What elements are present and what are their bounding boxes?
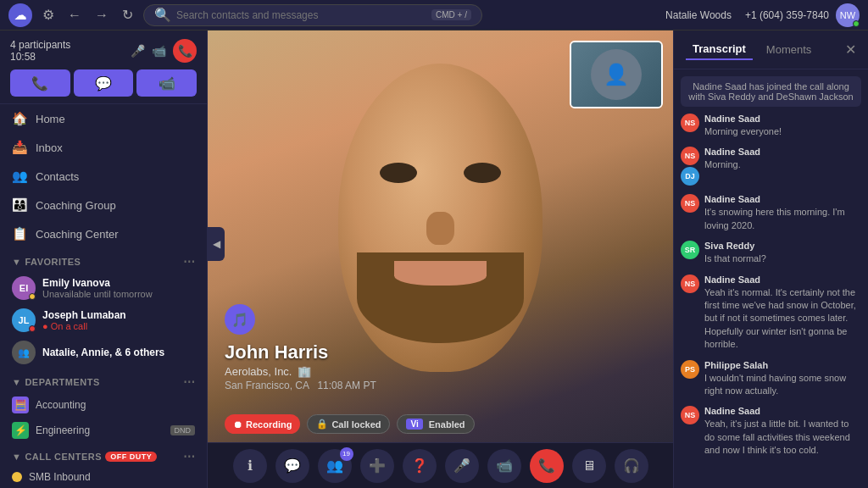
favorite-joseph[interactable]: JL Joseph Lumaban ● On a call [0,304,207,336]
call-info: 4 participants 10:58 🎤 📹 📞 [10,39,197,63]
vi-badge: Vi [406,419,422,430]
favorites-menu-icon[interactable]: ⋯ [183,255,196,269]
refresh-icon[interactable]: ↻ [119,3,136,26]
call-header: 4 participants 10:58 🎤 📹 📞 📞 💬 📹 [0,30,207,104]
callcenters-title: Call Centers [25,452,102,462]
joseph-status-dot [29,325,36,332]
departments-menu-icon[interactable]: ⋯ [183,375,196,389]
mic-button[interactable]: 🎤 [445,449,479,483]
msg-avatar-group-2: NS DJ [681,147,699,186]
dept-engineering[interactable]: ⚡ Engineering DND [0,418,207,443]
msg-content-4: Siva Reddy Is that normal? [704,241,861,265]
dept-accounting[interactable]: 🧮 Accounting [0,392,207,418]
sidebar-item-contacts[interactable]: 👥 Contacts [0,162,207,191]
cc-smb[interactable]: SMB Inbound [0,467,207,487]
smb-dot [12,472,22,482]
msg-text-6: I wouldn't mind having some snow right n… [704,372,861,398]
nose [426,212,454,245]
msg-text-2: Morning. [704,158,861,171]
system-message: Nadine Saad has joined the call along wi… [681,76,861,107]
msg-avatar-2b: DJ [681,167,699,186]
audio-wave-icon: 🎵 [225,304,255,335]
search-bar[interactable]: 🔍 CMD + / [143,4,482,26]
company-icon: 🏢 [298,365,311,378]
forward-icon[interactable]: → [92,4,112,26]
transcript-panel: Transcript Moments ✕ Nadine Saad has joi… [673,30,868,488]
vi-enabled-pill[interactable]: Vi Enabled [397,414,474,434]
add-person-button[interactable]: ➕ [360,449,394,483]
favorite-emily[interactable]: EI Emily Ivanova Unavailable until tomor… [0,272,207,304]
tab-moments[interactable]: Moments [760,40,818,59]
msg-name-4: Siva Reddy [704,241,861,251]
nav-home-label: Home [36,113,65,125]
message-button[interactable]: 💬 [74,69,134,97]
msg-avatar-6: PS [681,360,699,379]
msg-name-6: Philippe Salah [704,360,861,370]
avatar[interactable]: NW [836,3,860,27]
collapse-sidebar-button[interactable]: ◀ [208,227,225,261]
transcript-message-6: PS Philippe Salah I wouldn't mind having… [681,360,861,398]
msg-avatar-1: NS [681,114,699,132]
participants-count: 4 participants [10,39,70,51]
end-call-button[interactable]: 📞 [173,39,197,63]
emily-avatar: EI [12,276,36,300]
msg-avatar-5: NS [681,274,699,293]
recording-pill[interactable]: ⏺ Recording [225,414,300,434]
back-icon[interactable]: ← [64,4,85,26]
search-icon: 🔍 [154,7,171,23]
transcript-message-7: NS Nadine Saad Yeah, it's just a little … [681,406,861,457]
coaching-center-icon: 📋 [12,226,27,241]
search-input[interactable] [176,9,426,21]
favorite-group[interactable]: 👥 Natalie, Annie, & 6 others [0,336,207,369]
video-area: 👤 🎵 John Harris Aerolabs, Inc. 🏢 San Fra… [208,30,673,488]
emily-status: Unavailable until tomorrow [42,289,195,299]
callcenters-section-header: ▼ Call Centers OFF DUTY ⋯ [0,443,207,467]
callcenters-menu-icon[interactable]: ⋯ [183,450,196,463]
off-duty-badge: OFF DUTY [105,452,157,462]
top-bar: ☁ ⚙ ← → ↻ 🔍 CMD + / Natalie Woods +1 (60… [0,0,868,30]
transcript-header: Transcript Moments ✕ [674,30,868,69]
chat-button[interactable]: 💬 [275,449,309,483]
sidebar-item-coaching-center[interactable]: 📋 Coaching Center [0,219,207,248]
caller-company: Aerolabs, Inc. 🏢 [225,365,376,378]
nav-contacts-label: Contacts [36,170,79,183]
user-phone: +1 (604) 359-7840 [745,9,829,21]
end-call-toolbar-button[interactable]: 📞 [530,449,564,483]
settings-icon[interactable]: ⚙ [39,3,58,26]
video-main: 👤 🎵 John Harris Aerolabs, Inc. 🏢 San Fra… [208,30,673,442]
video-icon[interactable]: 📹 [152,44,166,58]
transcript-body: Nadine Saad has joined the call along wi… [674,69,868,488]
headset-button[interactable]: 🎧 [615,449,648,483]
transcript-message-4: SR Siva Reddy Is that normal? [681,241,861,265]
sidebar-item-coaching-group[interactable]: 👨‍👩‍👦 Coaching Group [0,191,207,219]
lock-icon: 🔒 [316,419,328,430]
info-button[interactable]: ℹ [233,449,267,483]
msg-name-2: Nadine Saad [704,147,861,157]
caller-name: John Harris [225,341,376,363]
mouth [394,261,487,286]
close-transcript-button[interactable]: ✕ [845,42,856,58]
favorites-section-header: ▼ Favorites ⋯ [0,248,207,272]
tab-transcript[interactable]: Transcript [686,39,753,60]
nav-inbox-label: Inbox [36,141,63,154]
camera-button[interactable]: 📹 [487,449,521,483]
call-locked-pill[interactable]: 🔒 Call locked [307,414,390,434]
participants-button[interactable]: 👥 19 [318,449,352,483]
sidebar-item-home[interactable]: 🏠 Home [0,104,207,133]
video-button[interactable]: 📹 [136,69,197,97]
joseph-info: Joseph Lumaban ● On a call [42,309,195,331]
msg-avatar-7: NS [681,406,699,424]
departments-section-header: ▼ Departments ⋯ [0,369,207,392]
coaching-group-icon: 👨‍👩‍👦 [12,197,27,213]
screenshare-button[interactable]: 🖥 [572,449,606,483]
sidebar: 4 participants 10:58 🎤 📹 📞 📞 💬 📹 🏠 Home [0,30,208,488]
mute-icon[interactable]: 🎤 [131,44,145,58]
phone-button[interactable]: 📞 [10,69,70,97]
departments-title: Departments [25,377,99,387]
engineering-label: Engineering [36,424,164,436]
locked-label: Call locked [331,419,381,430]
sidebar-item-inbox[interactable]: 📥 Inbox [0,133,207,162]
call-timer: 10:58 [10,51,70,63]
emily-name: Emily Ivanova [42,277,195,289]
help-button[interactable]: ❓ [403,449,437,483]
